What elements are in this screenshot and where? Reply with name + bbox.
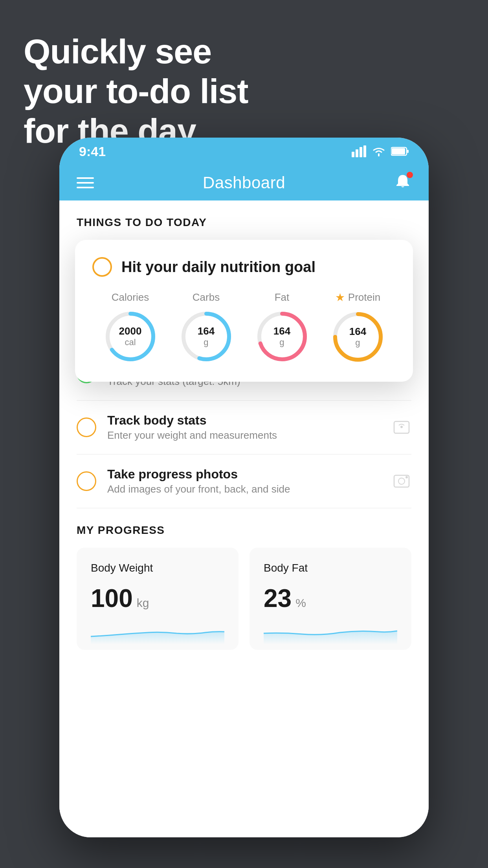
svg-rect-3 [363, 145, 366, 157]
status-icons [352, 145, 409, 157]
signal-icon [352, 145, 367, 157]
body-fat-number: 23 [264, 584, 292, 613]
protein-value: 164 [349, 326, 366, 338]
calories-unit: cal [119, 337, 142, 348]
svg-point-18 [398, 478, 405, 484]
calories-ring: 2000cal [103, 309, 158, 364]
photo-icon [392, 471, 411, 491]
svg-point-19 [405, 476, 408, 478]
status-bar: 9:41 [59, 138, 429, 165]
progress-photos-text: Take progress photos Add images of your … [107, 467, 381, 495]
svg-rect-1 [356, 149, 358, 157]
body-stats-checkbox[interactable] [77, 417, 96, 437]
carbs-ring: 164g [179, 309, 234, 364]
fat-label: Fat [275, 291, 290, 303]
body-fat-value-container: 23 % [264, 584, 397, 613]
nutrition-card-title: Hit your daily nutrition goal [121, 259, 316, 276]
fat-unit: g [273, 337, 290, 348]
protein-ring: 164g [330, 309, 385, 364]
svg-rect-2 [360, 147, 362, 157]
nutrition-calories: Calories 2000cal [103, 291, 158, 364]
hamburger-line2 [77, 182, 94, 184]
body-stats-title: Track body stats [107, 413, 381, 428]
progress-photos-checkbox[interactable] [77, 471, 96, 491]
headline: Quickly see your to-do list for the day. [24, 31, 248, 151]
progress-cards: Body Weight 100 kg [77, 548, 411, 650]
body-fat-chart [264, 621, 397, 644]
body-weight-number: 100 [91, 584, 133, 613]
body-stats-subtitle: Enter your weight and measurements [107, 429, 381, 441]
body-weight-unit: kg [137, 596, 149, 610]
notification-bell[interactable] [394, 173, 411, 192]
todo-progress-photos[interactable]: Take progress photos Add images of your … [77, 454, 411, 508]
nutrition-card: Hit your daily nutrition goal Calories 2… [75, 240, 413, 382]
status-time: 9:41 [79, 144, 106, 159]
fat-value: 164 [273, 325, 290, 337]
nutrition-protein: ★ Protein 164g [330, 291, 385, 364]
carbs-label: Carbs [193, 291, 220, 303]
body-stats-text: Track body stats Enter your weight and m… [107, 413, 381, 441]
svg-point-16 [400, 426, 403, 428]
carbs-value: 164 [198, 325, 215, 337]
wifi-icon [371, 145, 386, 157]
body-weight-value-container: 100 kg [91, 584, 224, 613]
nutrition-fat: Fat 164g [255, 291, 310, 364]
progress-photos-subtitle: Add images of your front, back, and side [107, 483, 381, 495]
progress-section: MY PROGRESS Body Weight 100 kg [59, 524, 429, 650]
body-fat-title: Body Fat [264, 562, 397, 574]
svg-rect-6 [407, 150, 409, 153]
calories-value: 2000 [119, 325, 142, 337]
nav-bar: Dashboard [59, 165, 429, 200]
phone-content: THINGS TO DO TODAY Hit your daily nutrit… [59, 200, 429, 837]
nutrition-carbs: Carbs 164g [179, 291, 234, 364]
body-weight-card: Body Weight 100 kg [77, 548, 238, 650]
fat-ring: 164g [255, 309, 310, 364]
nutrition-row: Calories 2000cal Carbs [92, 291, 396, 364]
star-icon: ★ [335, 291, 345, 304]
progress-photos-title: Take progress photos [107, 467, 381, 482]
progress-heading: MY PROGRESS [77, 524, 411, 537]
body-fat-unit: % [295, 596, 306, 610]
protein-unit: g [349, 338, 366, 348]
calories-label: Calories [112, 291, 149, 303]
body-fat-card: Body Fat 23 % [250, 548, 411, 650]
hamburger-line3 [77, 187, 94, 188]
card-header: Hit your daily nutrition goal [92, 257, 396, 277]
hamburger-line1 [77, 177, 94, 179]
carbs-unit: g [198, 337, 215, 348]
things-today-heading: THINGS TO DO TODAY [59, 200, 429, 237]
nutrition-checkbox[interactable] [92, 257, 112, 277]
protein-label: ★ Protein [335, 291, 380, 304]
headline-line2: your to-do list [24, 71, 248, 111]
notification-dot [407, 172, 413, 178]
scale-icon [392, 417, 411, 437]
phone-frame: 9:41 [59, 138, 429, 837]
svg-rect-5 [392, 148, 405, 154]
todo-body-stats[interactable]: Track body stats Enter your weight and m… [77, 401, 411, 454]
body-weight-chart [91, 621, 224, 644]
headline-line1: Quickly see [24, 31, 248, 71]
nav-title: Dashboard [203, 173, 285, 192]
svg-rect-0 [352, 152, 354, 157]
body-weight-title: Body Weight [91, 562, 224, 574]
battery-icon [391, 146, 409, 156]
hamburger-menu[interactable] [77, 177, 94, 188]
